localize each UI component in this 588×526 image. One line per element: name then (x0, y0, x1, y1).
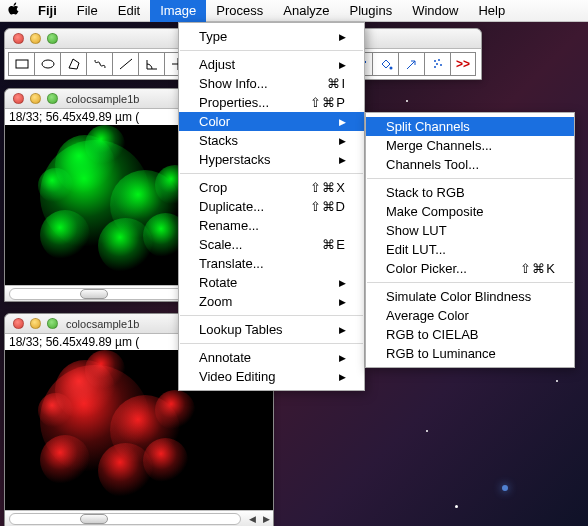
cell-blob (155, 390, 195, 430)
menu-item-shortcut: ⇧⌘K (520, 261, 556, 276)
image-menu-item-show-info[interactable]: Show Info...⌘I (179, 74, 364, 93)
menu-item-label: Color Picker... (386, 261, 467, 276)
scroll-right-icon[interactable]: ▶ (259, 513, 273, 525)
image-menu-item-annotate[interactable]: Annotate▶ (179, 348, 364, 367)
svg-point-13 (436, 63, 438, 65)
scrollbar-thumb[interactable] (80, 289, 108, 299)
svg-point-11 (434, 60, 436, 62)
flood-fill-tool[interactable] (372, 52, 398, 76)
close-window-button[interactable] (13, 93, 24, 104)
color-submenu-item-rgb-to-luminance[interactable]: RGB to Luminance (366, 344, 574, 363)
menu-item-label: Lookup Tables (199, 322, 283, 337)
menu-process[interactable]: Process (206, 0, 273, 22)
zoom-window-button[interactable] (47, 93, 58, 104)
color-submenu-item-make-composite[interactable]: Make Composite (366, 202, 574, 221)
menu-item-label: Duplicate... (199, 199, 264, 214)
close-window-button[interactable] (13, 318, 24, 329)
menu-item-label: Rotate (199, 275, 237, 290)
menu-help[interactable]: Help (468, 0, 515, 22)
line-tool[interactable] (112, 52, 138, 76)
menu-item-label: Stack to RGB (386, 185, 465, 200)
image-menu-item-zoom[interactable]: Zoom▶ (179, 292, 364, 311)
image-menu-item-video-editing[interactable]: Video Editing▶ (179, 367, 364, 386)
color-submenu-item-rgb-to-cielab[interactable]: RGB to CIELAB (366, 325, 574, 344)
oval-tool[interactable] (34, 52, 60, 76)
window-controls (5, 318, 58, 329)
scrollbar-thumb[interactable] (80, 514, 108, 524)
color-submenu-item-simulate-color-blindness[interactable]: Simulate Color Blindness (366, 287, 574, 306)
menu-image[interactable]: Image (150, 0, 206, 22)
color-submenu-item-merge-channels[interactable]: Merge Channels... (366, 136, 574, 155)
apple-menu[interactable] (0, 2, 28, 19)
image-menu-item-stacks[interactable]: Stacks▶ (179, 131, 364, 150)
svg-point-15 (434, 66, 436, 68)
svg-point-14 (440, 64, 442, 66)
image-menu-item-scale[interactable]: Scale...⌘E (179, 235, 364, 254)
image-menu-item-properties[interactable]: Properties...⇧⌘P (179, 93, 364, 112)
color-submenu-item-show-lut[interactable]: Show LUT (366, 221, 574, 240)
decor-star (502, 485, 508, 491)
cell-blob (40, 435, 90, 485)
menu-item-label: Show Info... (199, 76, 268, 91)
image-menu-item-color[interactable]: Color▶ (179, 112, 364, 131)
minimize-window-button[interactable] (30, 318, 41, 329)
image-menu-separator (180, 173, 363, 174)
image-menu-item-rotate[interactable]: Rotate▶ (179, 273, 364, 292)
submenu-arrow-icon: ▶ (339, 136, 346, 146)
minimize-window-button[interactable] (30, 33, 41, 44)
decor-star (426, 430, 428, 432)
menu-item-label: Video Editing (199, 369, 275, 384)
image-menu-item-translate[interactable]: Translate... (179, 254, 364, 273)
polygon-tool[interactable] (60, 52, 86, 76)
menu-item-label: Stacks (199, 133, 238, 148)
menu-item-label: Scale... (199, 237, 242, 252)
rectangle-tool[interactable] (8, 52, 34, 76)
color-submenu-item-stack-to-rgb[interactable]: Stack to RGB (366, 183, 574, 202)
window-controls (5, 33, 58, 44)
menu-edit[interactable]: Edit (108, 0, 150, 22)
color-submenu-item-channels-tool[interactable]: Channels Tool... (366, 155, 574, 174)
angle-tool[interactable] (138, 52, 164, 76)
decor-star (556, 380, 558, 382)
color-submenu-separator (367, 178, 573, 179)
freehand-tool[interactable] (86, 52, 112, 76)
image-menu-separator (180, 315, 363, 316)
menu-item-label: Channels Tool... (386, 157, 479, 172)
svg-point-10 (389, 67, 392, 70)
menu-item-shortcut: ⇧⌘D (310, 199, 346, 214)
app-name-menu[interactable]: Fiji (28, 0, 67, 22)
more-tools[interactable]: >> (450, 52, 476, 76)
menu-item-label: Edit LUT... (386, 242, 446, 257)
window-controls (5, 93, 58, 104)
color-submenu-item-color-picker[interactable]: Color Picker...⇧⌘K (366, 259, 574, 278)
image-menu-item-duplicate[interactable]: Duplicate...⇧⌘D (179, 197, 364, 216)
image-menu-item-lookup-tables[interactable]: Lookup Tables▶ (179, 320, 364, 339)
menu-plugins[interactable]: Plugins (340, 0, 403, 22)
menu-item-label: Make Composite (386, 204, 484, 219)
color-submenu-item-edit-lut[interactable]: Edit LUT... (366, 240, 574, 259)
menu-item-label: Merge Channels... (386, 138, 492, 153)
zoom-window-button[interactable] (47, 318, 58, 329)
image-menu-dropdown: Type▶Adjust▶Show Info...⌘IProperties...⇧… (178, 22, 365, 391)
image-menu-item-type[interactable]: Type▶ (179, 27, 364, 46)
system-menubar: Fiji FileEditImageProcessAnalyzePluginsW… (0, 0, 588, 22)
image-menu-item-rename[interactable]: Rename... (179, 216, 364, 235)
slice-scrollbar[interactable]: ◀▶ (5, 510, 273, 526)
image-menu-item-hyperstacks[interactable]: Hyperstacks▶ (179, 150, 364, 169)
arrow-tool[interactable] (398, 52, 424, 76)
image-menu-separator (180, 50, 363, 51)
color-submenu-item-average-color[interactable]: Average Color (366, 306, 574, 325)
menu-analyze[interactable]: Analyze (273, 0, 339, 22)
zoom-window-button[interactable] (47, 33, 58, 44)
scroll-left-icon[interactable]: ◀ (245, 513, 259, 525)
image-menu-item-adjust[interactable]: Adjust▶ (179, 55, 364, 74)
minimize-window-button[interactable] (30, 93, 41, 104)
spray-tool[interactable] (424, 52, 450, 76)
color-submenu-separator (367, 282, 573, 283)
menu-file[interactable]: File (67, 0, 108, 22)
color-submenu-dropdown: Split ChannelsMerge Channels...Channels … (365, 112, 575, 368)
image-menu-item-crop[interactable]: Crop⇧⌘X (179, 178, 364, 197)
menu-window[interactable]: Window (402, 0, 468, 22)
color-submenu-item-split-channels[interactable]: Split Channels (366, 117, 574, 136)
close-window-button[interactable] (13, 33, 24, 44)
